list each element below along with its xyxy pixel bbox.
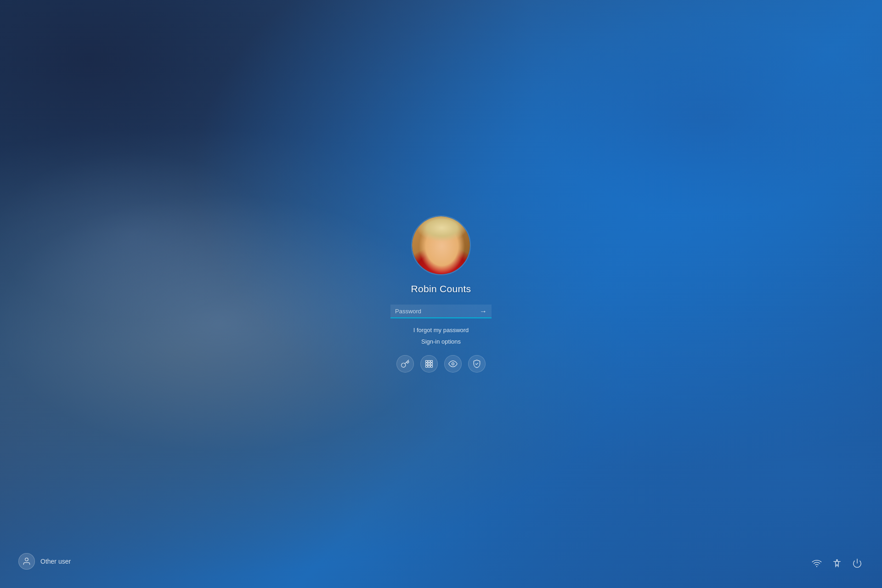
password-input[interactable] (390, 305, 492, 318)
other-user-button[interactable]: Other user (18, 553, 71, 570)
svg-rect-2 (430, 361, 432, 362)
login-screen: Robin Counts → I forgot my password Sign… (0, 0, 882, 588)
svg-point-12 (837, 560, 838, 561)
person-icon (22, 557, 31, 566)
security-key-signin-button[interactable] (468, 355, 486, 373)
svg-rect-4 (428, 363, 430, 365)
accessibility-icon (832, 558, 842, 568)
bottom-right-icons (810, 557, 864, 570)
grid-icon (424, 359, 434, 368)
accessibility-button[interactable] (831, 557, 843, 570)
password-field-wrapper: → (390, 305, 492, 318)
wifi-icon (812, 558, 822, 568)
signin-options-link[interactable]: Sign-in options (421, 338, 461, 345)
forgot-password-link[interactable]: I forgot my password (413, 327, 469, 334)
login-container: Robin Counts → I forgot my password Sign… (390, 215, 492, 373)
avatar-image (412, 216, 470, 274)
signin-icons-row (396, 355, 486, 373)
svg-rect-7 (428, 365, 430, 367)
svg-point-9 (452, 363, 454, 365)
svg-rect-0 (426, 361, 428, 362)
svg-rect-1 (428, 361, 430, 362)
other-user-label: Other user (40, 558, 71, 565)
power-icon (852, 558, 862, 568)
svg-rect-6 (426, 365, 428, 367)
submit-button[interactable]: → (478, 306, 489, 317)
pin-signin-button[interactable] (420, 355, 438, 373)
key-icon (401, 359, 410, 368)
user-avatar[interactable] (411, 215, 471, 275)
wifi-button[interactable] (810, 557, 823, 570)
svg-rect-3 (426, 363, 428, 365)
other-user-avatar (18, 553, 35, 570)
shield-icon (472, 359, 481, 368)
hello-signin-button[interactable] (444, 355, 462, 373)
username-label: Robin Counts (411, 283, 471, 294)
eye-icon (448, 359, 458, 368)
password-signin-button[interactable] (396, 355, 414, 373)
svg-rect-8 (430, 365, 432, 367)
svg-point-10 (25, 558, 28, 561)
power-button[interactable] (851, 557, 864, 570)
svg-rect-5 (430, 363, 432, 365)
